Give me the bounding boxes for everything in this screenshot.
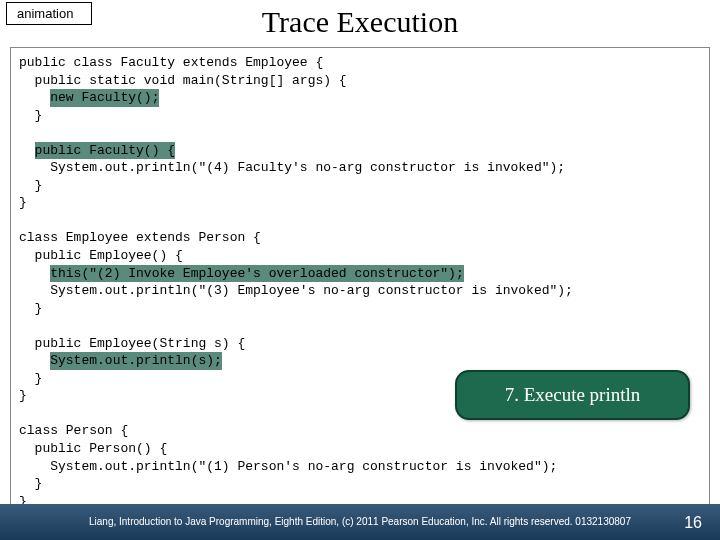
page-title: Trace Execution	[0, 0, 720, 47]
code-indent	[19, 90, 50, 105]
code-blank	[19, 406, 27, 421]
code-line: public Employee() {	[19, 248, 183, 263]
code-line: class Person {	[19, 423, 128, 438]
code-line: }	[19, 476, 42, 491]
code-blank	[19, 213, 27, 228]
highlight-faculty-ctor: public Faculty() {	[35, 142, 175, 160]
code-blank	[19, 318, 27, 333]
code-line: public Person() {	[19, 441, 167, 456]
code-indent	[19, 143, 35, 158]
slide-footer: Liang, Introduction to Java Programming,…	[0, 504, 720, 540]
code-line: public class Faculty extends Employee {	[19, 55, 323, 70]
code-line: System.out.println("(1) Person's no-arg …	[19, 459, 557, 474]
code-line: }	[19, 108, 42, 123]
callout-text: 7. Execute println	[505, 384, 641, 406]
code-indent	[19, 266, 50, 281]
footer-credit: Liang, Introduction to Java Programming,…	[0, 516, 720, 528]
code-block: public class Faculty extends Employee { …	[10, 47, 710, 519]
code-line: }	[19, 195, 27, 210]
code-line: System.out.println("(3) Employee's no-ar…	[19, 283, 573, 298]
code-line: }	[19, 178, 42, 193]
code-line: public Employee(String s) {	[19, 336, 245, 351]
page-number: 16	[684, 514, 702, 532]
highlight-new-faculty: new Faculty();	[50, 89, 159, 107]
code-indent	[19, 353, 50, 368]
code-line: System.out.println("(4) Faculty's no-arg…	[19, 160, 565, 175]
code-line: }	[19, 388, 27, 403]
code-line: }	[19, 371, 42, 386]
code-line: public static void main(String[] args) {	[19, 73, 347, 88]
code-blank	[19, 125, 27, 140]
highlight-println-s: System.out.println(s);	[50, 352, 222, 370]
step-callout: 7. Execute println	[455, 370, 690, 420]
animation-label: animation	[17, 6, 73, 21]
highlight-this-call: this("(2) Invoke Employee's overloaded c…	[50, 265, 463, 283]
code-line: }	[19, 301, 42, 316]
code-line: class Employee extends Person {	[19, 230, 261, 245]
animation-badge: animation	[6, 2, 92, 25]
